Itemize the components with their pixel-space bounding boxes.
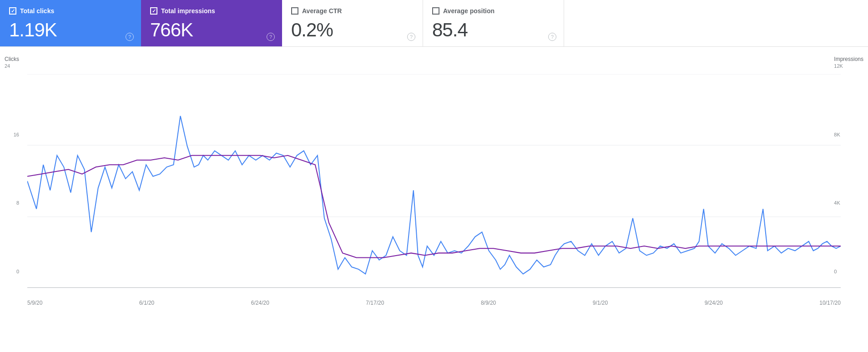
checkbox-clicks[interactable] — [9, 7, 16, 15]
help-icon-position[interactable]: ? — [548, 33, 556, 41]
help-icon-clicks[interactable]: ? — [126, 33, 134, 41]
metric-value-position: 85.4 — [432, 19, 549, 41]
metric-label-ctr: Average CTR — [302, 7, 342, 15]
metric-header-position: Average position — [432, 7, 549, 15]
x-label-3: 7/17/20 — [366, 300, 384, 306]
y-axis-left: Clicks 24 16 8 0 — [5, 56, 19, 274]
metric-label-impressions: Total impressions — [161, 7, 215, 15]
y-label-12k: 12K — [834, 63, 863, 69]
metrics-bar: Total clicks 1.19K ? Total impressions 7… — [0, 0, 868, 47]
metric-label-clicks: Total clicks — [20, 7, 54, 15]
help-icon-impressions[interactable]: ? — [267, 33, 275, 41]
x-label-7: 10/17/20 — [819, 300, 841, 306]
chart-svg-container — [27, 74, 841, 288]
metric-total-clicks[interactable]: Total clicks 1.19K ? — [0, 0, 141, 46]
checkbox-ctr[interactable] — [291, 7, 298, 15]
metric-header-clicks: Total clicks — [9, 7, 126, 15]
checkbox-position[interactable] — [432, 7, 439, 15]
y-label-16: 16 — [14, 132, 19, 137]
help-icon-ctr[interactable]: ? — [407, 33, 415, 41]
x-label-0: 5/9/20 — [27, 300, 42, 306]
checkbox-impressions[interactable] — [150, 7, 157, 15]
y-label-8: 8 — [16, 200, 19, 206]
y-label-24: 24 — [5, 63, 19, 69]
metric-label-position: Average position — [443, 7, 495, 15]
metric-value-clicks: 1.19K — [9, 19, 126, 41]
chart-svg — [27, 74, 841, 288]
x-label-5: 9/1/20 — [593, 300, 608, 306]
x-label-1: 6/1/20 — [139, 300, 154, 306]
x-axis-labels: 5/9/20 6/1/20 6/24/20 7/17/20 8/9/20 9/1… — [27, 300, 841, 306]
x-label-4: 8/9/20 — [481, 300, 496, 306]
y-axis-right-title: Impressions — [834, 56, 863, 62]
y-axis-left-title: Clicks — [5, 56, 19, 62]
metric-average-position[interactable]: Average position 85.4 ? — [423, 0, 564, 46]
metric-average-ctr[interactable]: Average CTR 0.2% ? — [282, 0, 423, 46]
x-label-6: 9/24/20 — [705, 300, 723, 306]
x-label-2: 6/24/20 — [251, 300, 269, 306]
chart-area: Clicks 24 16 8 0 Impressions 12K 8K 4K 0 — [0, 47, 868, 311]
metric-total-impressions[interactable]: Total impressions 766K ? — [141, 0, 282, 46]
metric-value-impressions: 766K — [150, 19, 267, 41]
metric-header-impressions: Total impressions — [150, 7, 267, 15]
y-label-0-left: 0 — [16, 269, 19, 274]
metric-header-ctr: Average CTR — [291, 7, 408, 15]
metric-value-ctr: 0.2% — [291, 19, 408, 41]
